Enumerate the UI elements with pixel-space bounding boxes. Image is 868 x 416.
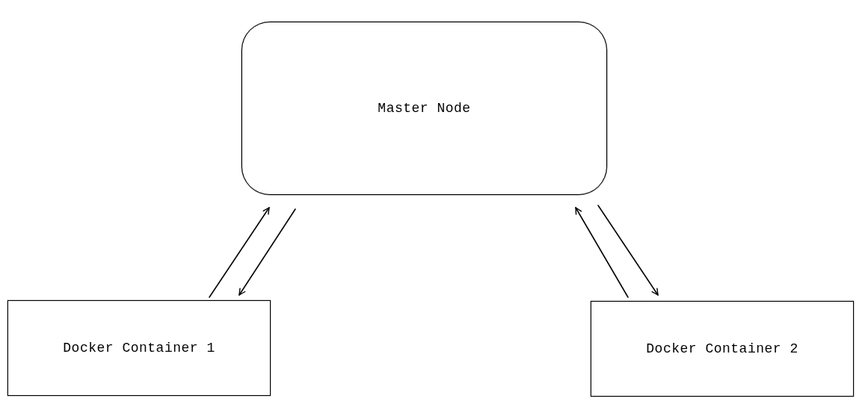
docker-container-1-label: Docker Container 1 [63,341,215,356]
master-node-label: Master Node [378,101,470,116]
arrow-container2-to-master [576,208,628,297]
master-node: Master Node [241,22,607,195]
arrow-master-to-container2 [598,205,658,295]
arrow-container1-to-master [209,208,269,297]
docker-container-2-label: Docker Container 2 [646,341,798,356]
docker-container-1: Docker Container 1 [7,300,271,396]
docker-container-2: Docker Container 2 [591,301,854,397]
arrow-master-to-container1 [239,209,295,295]
